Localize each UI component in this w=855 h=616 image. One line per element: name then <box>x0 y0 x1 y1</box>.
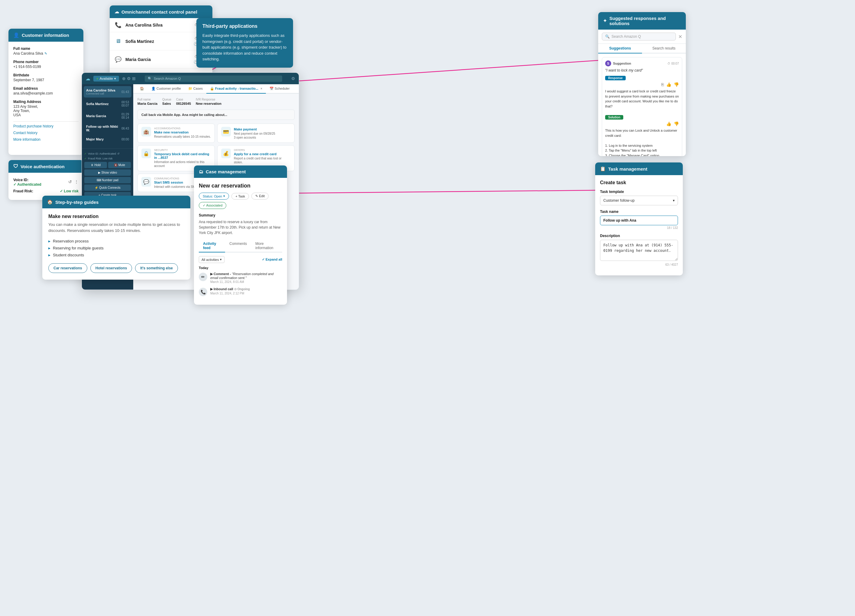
link-more-info[interactable]: More information <box>13 138 78 142</box>
contact-name-ana: Ana Carolina Silva <box>126 23 191 28</box>
number-pad-button[interactable]: ⌨ Number pad <box>84 177 131 183</box>
tab-more-info[interactable]: More information <box>251 240 282 252</box>
summary-text: Ana requested to reserve a luxury car fr… <box>199 219 282 235</box>
chevron-icon: ▾ <box>223 194 225 198</box>
ongoing-badge: ⊙ Ongoing <box>234 287 250 291</box>
hold-mute-row: ⏸ Hold 🔇 Mute <box>84 162 131 168</box>
guide-main-title: Make new reservation <box>48 214 184 219</box>
create-task-title: Create task <box>600 180 678 185</box>
close-search-icon[interactable]: ✕ <box>678 34 682 40</box>
search-placeholder: Search Amazon Q <box>611 34 641 39</box>
step-student-discounts[interactable]: Student discounts <box>48 252 184 258</box>
task-name-input[interactable] <box>600 216 678 225</box>
thumbs-up-icon[interactable]: 👍 <box>666 82 671 87</box>
sidebar-contact-ana[interactable]: Ana Caroline Silva Connected call 01:43 <box>84 86 132 98</box>
phone-icon: 📞 <box>115 22 122 28</box>
more-icon[interactable]: ⋮ <box>74 179 78 184</box>
customer-info-body: Full name Ana Carolina Silva ✎ Phone num… <box>8 42 83 149</box>
description-group: Description Follow up with Ana at (914) … <box>600 234 678 266</box>
field-address: Mailing Address 123 Any Street,Any Town,… <box>13 99 78 117</box>
solution-thumbs-down-icon[interactable]: 👎 <box>674 121 679 126</box>
topbar-search[interactable]: 🔍 Search Amazon Q <box>145 75 282 82</box>
expand-all-button[interactable]: ✓ Expand all <box>262 258 282 261</box>
sidebar-contact-sofia[interactable]: Sofia Martinez 00:53 00:07 <box>84 98 132 110</box>
value-email: ana.silva@example.com <box>13 91 78 95</box>
suggested-title: Suggested responses and solutions <box>609 16 681 26</box>
link-contact-history[interactable]: Contact history <box>13 131 78 135</box>
task-icon-header: 📋 <box>600 166 606 171</box>
add-task-badge[interactable]: + Task <box>231 193 249 200</box>
guide-icon: 🏠 <box>47 199 53 205</box>
action-card-payment[interactable]: 💳 Make payment Next payment due on 09/28… <box>217 124 294 143</box>
field-email: Email address ana.silva@example.com <box>13 86 78 95</box>
third-party-text: Easily integrate third-party application… <box>202 33 287 62</box>
voice-auth-header: 🛡 Voice authentication <box>8 160 83 173</box>
guide-steps-list: Reservation process Reserving for multip… <box>48 238 184 258</box>
bell-icon[interactable]: ⚙ <box>291 76 295 81</box>
grid-icon[interactable]: ⊞ <box>132 76 136 81</box>
activity-filter-select[interactable]: All activities ▾ <box>199 256 224 263</box>
suggested-header: ✦ Suggested responses and solutions <box>598 12 686 30</box>
step-guide-body: Make new reservation You can make a sing… <box>42 208 190 280</box>
tab-activity-feed[interactable]: Activity feed <box>199 240 225 252</box>
description-textarea[interactable]: Follow up with Ana at (914) 555-0199 reg… <box>600 240 678 261</box>
show-video-button[interactable]: ▶ Show video <box>84 170 131 176</box>
sparkle-icon: ✦ <box>603 18 607 24</box>
solution-thumbs-up-icon[interactable]: 👍 <box>666 121 671 126</box>
voice-auth-panel: 🛡 Voice authentication Voice ID: Authent… <box>8 160 83 200</box>
shield-icon: 🛡 <box>13 164 18 169</box>
chevron-down-icon: ▾ <box>220 258 222 261</box>
call-dot: 📞 <box>199 288 207 296</box>
tab-cases[interactable]: 📁 Cases <box>185 84 206 93</box>
thumbs-down-icon[interactable]: 👎 <box>674 82 679 87</box>
car-reservations-button[interactable]: Car reservations <box>48 263 87 273</box>
quick-connects-button[interactable]: ⚡ Quick Connects <box>84 185 131 191</box>
comment-time: March 11, 2024, 8:01 AM <box>210 280 282 284</box>
copy-icon[interactable]: ⎘ <box>661 82 664 87</box>
screen-icon: 🖥 <box>115 38 122 44</box>
guide-footer: Car reservations Hotel reservations It's… <box>48 263 184 274</box>
sidebar-contact-maria[interactable]: Maria Garcia 01:29 00:14 <box>84 110 132 122</box>
status-badge[interactable]: Status: Open ▾ <box>199 193 229 200</box>
home-icon[interactable]: ⊕ <box>122 76 126 81</box>
reservation-icon: 🏨 <box>141 127 151 136</box>
edit-name-icon[interactable]: ✎ <box>44 52 47 55</box>
desc-chars: 63 / 4027 <box>600 263 678 266</box>
tab-search-results[interactable]: Search results <box>642 44 686 53</box>
associated-badge[interactable]: ✓ Associated <box>199 202 226 209</box>
step-multiple-guests[interactable]: Reserving for multiple guests <box>48 245 184 252</box>
something-else-guide-button[interactable]: It's something else <box>135 263 178 273</box>
customer-info-header: 👤 Customer information <box>8 29 83 42</box>
contact-list: Ana Caroline Silva Connected call 01:43 … <box>82 84 133 146</box>
tab-suggestions[interactable]: Suggestions <box>598 44 642 53</box>
tab-comments[interactable]: Comments <box>225 240 251 252</box>
tab-fraud[interactable]: 🔒 Fraud activity - transactio... × <box>206 84 266 93</box>
hold-button[interactable]: ⏸ Hold <box>84 162 107 168</box>
sidebar-contact-mary[interactable]: Major Mary 00:00 <box>84 135 132 144</box>
svg-line-4 <box>290 60 598 81</box>
tab-home[interactable]: 🏠 <box>136 84 148 93</box>
tab-scheduler[interactable]: 📅 Scheduler <box>266 84 293 93</box>
refresh-sm-icon[interactable]: ↺ <box>117 152 120 155</box>
case-mgmt-header: 🗂 Case management <box>194 165 287 178</box>
fraud-icon: ✓ <box>84 157 87 160</box>
sidebar-contact-nikki[interactable]: Follow up with Nikki W. 06:43 <box>84 122 132 135</box>
step-reservation-process[interactable]: Reservation process <box>48 238 184 245</box>
edit-badge[interactable]: ✎ Edit <box>251 193 268 200</box>
case-icon: 🗂 <box>199 169 203 174</box>
mute-button[interactable]: 🔇 Mute <box>108 162 131 168</box>
response-badge: Response <box>605 76 626 80</box>
settings-icon[interactable]: ⚙ <box>127 76 131 81</box>
refresh-icon[interactable]: ↺ <box>68 179 72 184</box>
link-purchase-history[interactable]: Product purchase history <box>13 124 78 128</box>
case-mgmt-title-label: Case management <box>206 169 246 174</box>
amazon-connect-logo: ☁ <box>86 76 90 81</box>
hotel-reservations-button[interactable]: Hotel reservations <box>90 263 132 273</box>
tab-customer-profile[interactable]: 👤 Customer profile <box>148 84 185 93</box>
status-indicator[interactable]: ● Available ▾ <box>93 76 119 81</box>
template-select[interactable]: Customer follow-up ▾ <box>600 196 678 205</box>
action-card-reservation[interactable]: 🏨 Accommodations Make new reservation Re… <box>138 124 215 143</box>
offers-icon: 💰 <box>221 148 231 158</box>
suggested-search-input[interactable]: 🔍 Search Amazon Q <box>602 33 676 40</box>
step-guide-panel: 🏠 Step-by-step guides Make new reservati… <box>42 196 190 280</box>
